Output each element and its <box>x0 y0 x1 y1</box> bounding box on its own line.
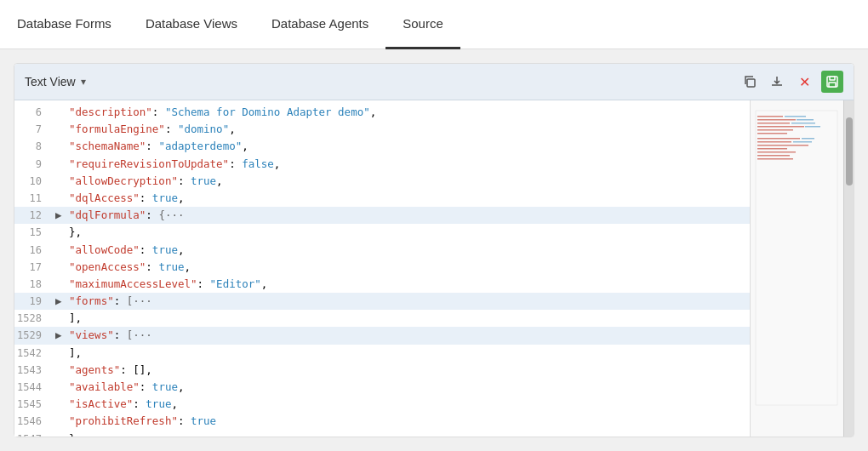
svg-rect-21 <box>757 158 793 160</box>
code-line: 6 "description": "Schema for Domino Adap… <box>14 104 750 121</box>
line-number: 17 <box>14 260 55 276</box>
line-content: ], <box>69 310 750 327</box>
code-line: 19▶ "forms": [··· <box>14 293 750 310</box>
line-content: "dqlFormula": {··· <box>69 207 750 224</box>
line-number: 1543 <box>14 363 55 379</box>
line-content: "prohibitRefresh": true <box>69 413 750 430</box>
line-content: "forms": [··· <box>69 293 750 310</box>
svg-rect-23 <box>793 141 812 143</box>
line-number: 7 <box>14 122 55 138</box>
code-panel[interactable]: 6 "description": "Schema for Domino Adap… <box>14 100 750 437</box>
main-content: Text View ▾ ✕ <box>0 49 868 451</box>
svg-rect-11 <box>785 116 806 117</box>
nav-database-agents[interactable]: Database Agents <box>254 1 385 49</box>
code-line: 18 "maximumAccessLevel": "Editor", <box>14 276 750 293</box>
svg-rect-7 <box>757 123 790 124</box>
svg-rect-16 <box>757 141 791 143</box>
line-content: "openAccess": true, <box>69 259 750 276</box>
line-content: "description": "Schema for Domino Adapte… <box>69 104 750 121</box>
nav-database-forms[interactable]: Database Forms <box>14 1 128 49</box>
line-content: } <box>69 431 750 437</box>
svg-rect-6 <box>757 119 796 121</box>
code-line: 10 "allowDecryption": true, <box>14 173 750 190</box>
line-number: 9 <box>14 157 55 173</box>
line-content: "formulaEngine": "domino", <box>69 121 750 138</box>
code-line: 1543 "agents": [], <box>14 362 750 379</box>
svg-rect-10 <box>757 133 787 134</box>
svg-rect-12 <box>797 119 814 121</box>
line-number: 1529 <box>14 328 55 344</box>
line-content: "dqlAccess": true, <box>69 190 750 207</box>
code-line: 15 }, <box>14 224 750 241</box>
line-content: "agents": [], <box>69 362 750 379</box>
code-line: 1547 } <box>14 431 750 437</box>
line-content: "isActive": true, <box>69 396 750 413</box>
close-button[interactable]: ✕ <box>794 71 814 92</box>
code-line: 1546 "prohibitRefresh": true <box>14 413 750 430</box>
code-line: 1542 ], <box>14 345 750 362</box>
code-line: 1544 "available": true, <box>14 379 750 396</box>
line-content: }, <box>69 224 750 241</box>
line-number: 8 <box>14 139 55 155</box>
line-content: "available": true, <box>69 379 750 396</box>
expand-arrow[interactable]: ▶ <box>55 207 69 224</box>
line-number: 6 <box>14 105 55 121</box>
line-number: 1547 <box>14 431 55 437</box>
svg-rect-22 <box>802 138 814 140</box>
line-number: 1546 <box>14 414 55 430</box>
scrollbar-track[interactable] <box>843 100 854 437</box>
expand-arrow[interactable]: ▶ <box>55 327 69 344</box>
svg-rect-20 <box>757 155 790 157</box>
panel-header-left: Text View ▾ <box>25 75 86 88</box>
code-line: 1545 "isActive": true, <box>14 396 750 413</box>
panel-header-right: ✕ <box>740 71 843 93</box>
code-line: 11 "dqlAccess": true, <box>14 190 750 207</box>
line-number: 10 <box>14 174 55 190</box>
line-number: 1528 <box>14 311 55 327</box>
svg-rect-3 <box>829 83 836 87</box>
code-line: 17 "openAccess": true, <box>14 259 750 276</box>
line-number: 15 <box>14 225 55 241</box>
svg-rect-2 <box>830 77 835 80</box>
svg-rect-13 <box>791 123 815 124</box>
top-navigation: Database Forms Database Views Database A… <box>0 0 868 49</box>
line-content: ], <box>69 345 750 362</box>
svg-rect-17 <box>757 145 808 146</box>
nav-source[interactable]: Source <box>385 1 460 49</box>
line-number: 11 <box>14 191 55 207</box>
code-line: 12▶ "dqlFormula": {··· <box>14 207 750 224</box>
download-button[interactable] <box>767 71 787 92</box>
code-line: 9 "requireRevisionToUpdate": false, <box>14 156 750 173</box>
copy-button[interactable] <box>740 71 760 92</box>
code-area: 6 "description": "Schema for Domino Adap… <box>14 100 854 437</box>
nav-database-views[interactable]: Database Views <box>128 1 254 49</box>
svg-rect-19 <box>757 151 796 153</box>
svg-rect-8 <box>757 126 804 128</box>
line-number: 1542 <box>14 345 55 362</box>
svg-rect-14 <box>805 126 820 128</box>
source-panel: Text View ▾ ✕ <box>14 63 854 437</box>
svg-rect-15 <box>757 138 800 140</box>
code-line: 7 "formulaEngine": "domino", <box>14 121 750 138</box>
svg-rect-5 <box>757 116 783 117</box>
svg-rect-9 <box>757 129 793 131</box>
line-number: 1545 <box>14 397 55 413</box>
expand-arrow[interactable]: ▶ <box>55 293 69 310</box>
scrollbar-thumb[interactable] <box>846 117 853 186</box>
save-button[interactable] <box>821 71 843 93</box>
line-content: "schemaName": "adapterdemo", <box>69 138 750 155</box>
line-number: 12 <box>14 208 55 224</box>
line-content: "views": [··· <box>69 327 750 344</box>
line-number: 19 <box>14 294 55 310</box>
line-number: 16 <box>14 243 55 259</box>
code-line: 1529▶ "views": [··· <box>14 327 750 344</box>
line-content: "allowDecryption": true, <box>69 173 750 190</box>
svg-rect-4 <box>756 111 837 405</box>
panel-title: Text View <box>25 75 76 88</box>
chevron-down-icon[interactable]: ▾ <box>81 76 86 88</box>
code-line: 8 "schemaName": "adapterdemo", <box>14 138 750 155</box>
line-content: "requireRevisionToUpdate": false, <box>69 156 750 173</box>
line-content: "allowCode": true, <box>69 242 750 259</box>
code-line: 1528 ], <box>14 310 750 327</box>
thumbnail-panel <box>750 100 843 437</box>
